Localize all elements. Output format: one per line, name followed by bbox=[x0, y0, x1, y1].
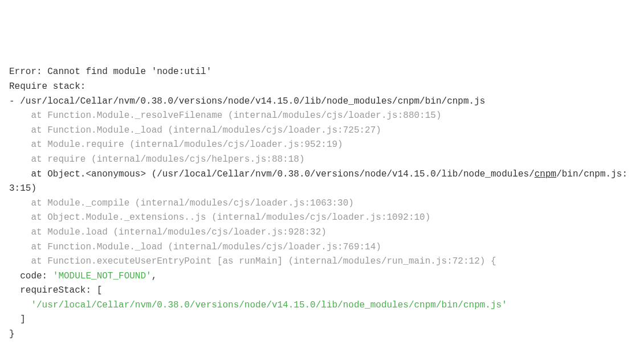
require-stack-label: Require stack: bbox=[9, 80, 635, 95]
underlined-module-name: cnpm bbox=[535, 169, 556, 179]
stack-trace-line: at Module._compile (internal/modules/cjs… bbox=[9, 196, 635, 211]
stack-trace-line: at Function.Module._load (internal/modul… bbox=[9, 240, 635, 255]
stack-trace-line: at Module.require (internal/modules/cjs/… bbox=[9, 138, 635, 153]
stack-trace-line: at Function.Module._resolveFilename (int… bbox=[9, 109, 635, 124]
require-path: - /usr/local/Cellar/nvm/0.38.0/versions/… bbox=[9, 95, 635, 109]
stack-trace-line: at Function.executeUserEntryPoint [as ru… bbox=[9, 255, 635, 269]
error-code-value: 'MODULE_NOT_FOUND' bbox=[53, 271, 152, 281]
stack-trace-line: at require (internal/modules/cjs/helpers… bbox=[9, 153, 635, 167]
terminal-output: Error: Cannot find module 'node:util'Req… bbox=[9, 65, 635, 342]
closing-bracket: ] bbox=[9, 313, 635, 327]
stack-trace-line: at Object.Module._extensions..js (intern… bbox=[9, 211, 635, 225]
require-stack-path-value: '/usr/local/Cellar/nvm/0.38.0/versions/n… bbox=[9, 298, 635, 313]
require-stack-property: requireStack: [ bbox=[9, 284, 635, 298]
error-title: Error: Cannot find module 'node:util' bbox=[9, 65, 635, 80]
stack-trace-line: at Function.Module._load (internal/modul… bbox=[9, 124, 635, 138]
closing-brace: } bbox=[9, 327, 635, 342]
stack-trace-line: at Module.load (internal/modules/cjs/loa… bbox=[9, 225, 635, 240]
error-code-line: code: 'MODULE_NOT_FOUND', bbox=[9, 269, 635, 284]
stack-trace-line-anonymous: at Object.<anonymous> (/usr/local/Cellar… bbox=[9, 167, 635, 196]
